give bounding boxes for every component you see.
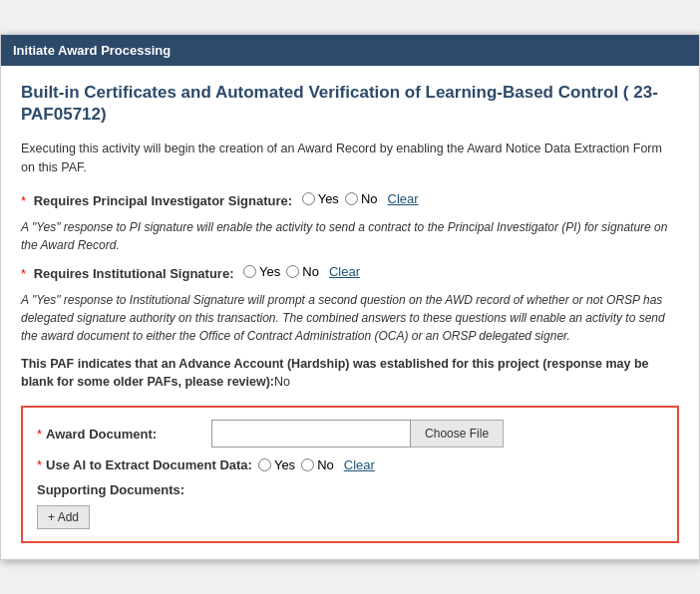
- use-ai-radio-group: Yes No Clear: [258, 457, 375, 472]
- hardship-row: This PAF indicates that an Advance Accou…: [21, 355, 679, 393]
- add-supporting-doc-button[interactable]: + Add: [37, 505, 90, 529]
- inst-clear-link[interactable]: Clear: [329, 264, 360, 279]
- use-ai-required-star: *: [37, 457, 42, 472]
- use-ai-no-label: No: [317, 457, 334, 472]
- inst-yes-option[interactable]: Yes: [243, 264, 280, 279]
- modal-header: Initiate Award Processing: [1, 35, 699, 66]
- modal-title: Initiate Award Processing: [13, 43, 171, 58]
- supporting-documents-label: Supporting Documents:: [37, 482, 663, 497]
- file-input-area: Choose File: [211, 420, 663, 447]
- award-doc-required-star: *: [37, 427, 42, 442]
- pi-no-option[interactable]: No: [345, 191, 378, 206]
- pi-clear-link[interactable]: Clear: [388, 191, 419, 206]
- supporting-documents-section: Supporting Documents: + Add: [37, 482, 663, 529]
- pi-yes-option[interactable]: Yes: [302, 191, 339, 206]
- hardship-value: No: [274, 375, 290, 389]
- pi-no-label: No: [361, 191, 378, 206]
- use-ai-yes-radio[interactable]: [258, 458, 271, 471]
- pi-no-radio[interactable]: [345, 192, 358, 205]
- award-document-input[interactable]: [211, 420, 411, 447]
- use-ai-no-radio[interactable]: [301, 458, 314, 471]
- use-ai-row: * Use AI to Extract Document Data: Yes N…: [37, 457, 663, 472]
- pi-signature-label: Requires Principal Investigator Signatur…: [34, 193, 292, 208]
- pi-signature-row: * Requires Principal Investigator Signat…: [21, 191, 679, 208]
- use-ai-yes-option[interactable]: Yes: [258, 457, 295, 472]
- inst-required-star: *: [21, 266, 26, 281]
- use-ai-yes-label: Yes: [274, 457, 295, 472]
- pi-signature-note: A "Yes" response to PI signature will en…: [21, 218, 679, 254]
- modal-body: Built-in Certificates and Automated Veri…: [1, 66, 699, 559]
- page-title: Built-in Certificates and Automated Veri…: [21, 82, 679, 126]
- inst-radio-group: Yes No Clear: [243, 264, 360, 279]
- pi-required-star: *: [21, 193, 26, 208]
- use-ai-clear-link[interactable]: Clear: [344, 457, 375, 472]
- award-document-row: * Award Document: Choose File: [37, 420, 663, 447]
- inst-no-option[interactable]: No: [286, 264, 319, 279]
- red-section: * Award Document: Choose File * Use AI t…: [21, 406, 679, 543]
- inst-no-label: No: [302, 264, 319, 279]
- hardship-text-label: This PAF indicates that an Advance Accou…: [21, 357, 649, 390]
- inst-signature-note: A "Yes" response to Institutional Signat…: [21, 291, 679, 345]
- pi-yes-radio[interactable]: [302, 192, 315, 205]
- pi-yes-label: Yes: [318, 191, 339, 206]
- inst-signature-row: * Requires Institutional Signature: Yes …: [21, 264, 679, 281]
- pi-radio-group: Yes No Clear: [302, 191, 419, 206]
- modal-container: Initiate Award Processing Built-in Certi…: [0, 34, 700, 560]
- inst-yes-label: Yes: [259, 264, 280, 279]
- choose-file-button[interactable]: Choose File: [411, 420, 504, 447]
- inst-yes-radio[interactable]: [243, 265, 256, 278]
- description-text: Executing this activity will begin the c…: [21, 140, 679, 177]
- use-ai-label: Use AI to Extract Document Data:: [46, 457, 252, 472]
- use-ai-no-option[interactable]: No: [301, 457, 334, 472]
- award-document-label: Award Document:: [46, 427, 205, 442]
- inst-no-radio[interactable]: [286, 265, 299, 278]
- inst-signature-label: Requires Institutional Signature:: [34, 266, 234, 281]
